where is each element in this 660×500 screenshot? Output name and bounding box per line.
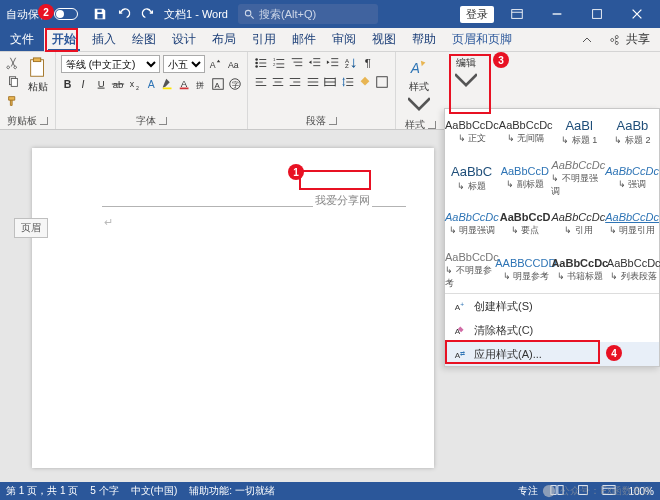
style-gallery-item[interactable]: AaBbCcDc↳ 明显强调 (445, 201, 499, 247)
align-right-icon[interactable] (288, 74, 303, 90)
numbering-icon[interactable]: 12 (271, 55, 287, 71)
font-name-select[interactable]: 等线 (中文正文) (61, 55, 160, 73)
header-text[interactable]: 我爱分享网 (313, 192, 372, 209)
clear-format-icon: A (453, 324, 466, 337)
tab-help[interactable]: 帮助 (404, 28, 444, 51)
create-style-action[interactable]: A+ 创建样式(S) (445, 294, 659, 318)
paragraph-mark: ↵ (104, 216, 113, 229)
align-left-icon[interactable] (253, 74, 268, 90)
text-effects-icon[interactable]: A (144, 76, 159, 92)
style-label: ↳ 标题 2 (614, 134, 650, 147)
change-case-icon[interactable]: Aa (226, 56, 242, 72)
char-border-icon[interactable]: A (211, 76, 226, 92)
style-gallery-item[interactable]: AaBbCcD↳ 副标题 (498, 155, 551, 201)
italic-icon[interactable]: I (78, 76, 93, 92)
style-gallery-item[interactable]: AaBbCcDc↳ 正文 (445, 109, 499, 155)
undo-icon[interactable] (116, 6, 132, 22)
style-gallery-item[interactable]: AaBl↳ 标题 1 (553, 109, 606, 155)
login-button[interactable]: 登录 (460, 6, 494, 23)
style-gallery-item[interactable]: AaBbCcDc↳ 列表段落 (607, 247, 660, 293)
pinyin-icon[interactable]: 拼 (194, 76, 209, 92)
enclose-char-icon[interactable]: 字 (227, 76, 242, 92)
styles-button[interactable]: A 样式 (401, 55, 437, 118)
tab-view[interactable]: 视图 (364, 28, 404, 51)
style-preview: AaBbCcDc (607, 257, 660, 269)
style-gallery-item[interactable]: AaBbCcDc↳ 不明显强调 (551, 155, 605, 201)
status-page[interactable]: 第 1 页，共 1 页 (6, 484, 78, 498)
borders-icon[interactable] (375, 74, 390, 90)
status-focus[interactable]: 专注 (518, 484, 538, 498)
tab-design[interactable]: 设计 (164, 28, 204, 51)
style-gallery-item[interactable]: AaBbCcDc↳ 强调 (605, 155, 659, 201)
bullets-icon[interactable] (253, 55, 269, 71)
dialog-launcher-icon[interactable] (40, 117, 48, 125)
status-words[interactable]: 5 个字 (90, 484, 118, 498)
minimize-icon[interactable] (540, 0, 574, 28)
ribbon-tabs: 文件 开始 插入 绘图 设计 布局 引用 邮件 审阅 视图 帮助 页眉和页脚 共… (0, 28, 660, 52)
tab-home[interactable]: 开始 (44, 28, 84, 51)
bold-icon[interactable]: B (61, 76, 76, 92)
tab-layout[interactable]: 布局 (204, 28, 244, 51)
font-size-select[interactable]: 小五 (163, 55, 205, 73)
tab-insert[interactable]: 插入 (84, 28, 124, 51)
svg-text:⇄: ⇄ (460, 351, 465, 357)
underline-icon[interactable]: U (94, 76, 109, 92)
copy-icon[interactable] (5, 74, 21, 90)
style-gallery-item[interactable]: AaBbCcDc↳ 不明显参考 (445, 247, 499, 293)
align-justify-icon[interactable] (305, 74, 320, 90)
cut-icon[interactable] (5, 55, 21, 71)
clear-format-action[interactable]: A 清除格式(C) (445, 318, 659, 342)
style-gallery-item[interactable]: AaBbC↳ 标题 (445, 155, 498, 201)
style-gallery-item[interactable]: AaBb↳ 标题 2 (606, 109, 659, 155)
tab-header-footer[interactable]: 页眉和页脚 (444, 28, 520, 51)
apply-styles-icon: A⇄ (453, 348, 466, 361)
style-gallery-item[interactable]: AaBbCcDc↳ 明显引用 (605, 201, 659, 247)
format-painter-icon[interactable] (5, 93, 21, 109)
save-icon[interactable] (92, 6, 108, 22)
tab-draw[interactable]: 绘图 (124, 28, 164, 51)
style-gallery-item[interactable]: AaBbCcD↳ 要点 (499, 201, 552, 247)
ribbon-display-icon[interactable] (500, 0, 534, 28)
show-marks-icon[interactable]: ¶ (361, 55, 377, 71)
search-input[interactable]: 搜索(Alt+Q) (238, 4, 378, 24)
callout-1: 1 (288, 164, 304, 180)
strikethrough-icon[interactable]: ab (111, 76, 126, 92)
style-gallery-item[interactable]: AABBCCDD↳ 明显参考 (499, 247, 553, 293)
dialog-launcher-icon[interactable] (159, 117, 167, 125)
font-color-icon[interactable]: A (177, 76, 192, 92)
apply-styles-action[interactable]: A⇄ 应用样式(A)... (445, 342, 659, 366)
svg-point-42 (543, 485, 555, 497)
close-icon[interactable] (620, 0, 654, 28)
status-accessibility[interactable]: 辅助功能: 一切就绪 (189, 484, 275, 498)
dialog-launcher-icon[interactable] (428, 121, 436, 129)
svg-text:A: A (147, 78, 154, 90)
maximize-icon[interactable] (580, 0, 614, 28)
tab-review[interactable]: 审阅 (324, 28, 364, 51)
line-spacing-icon[interactable] (340, 74, 355, 90)
share-button[interactable]: 共享 (600, 28, 660, 51)
align-center-icon[interactable] (270, 74, 285, 90)
tab-file[interactable]: 文件 (0, 28, 44, 51)
svg-rect-17 (180, 88, 189, 90)
paste-button[interactable]: 粘贴 (25, 55, 51, 94)
increase-indent-icon[interactable] (325, 55, 341, 71)
tab-mailings[interactable]: 邮件 (284, 28, 324, 51)
dialog-launcher-icon[interactable] (329, 117, 337, 125)
grow-font-icon[interactable]: A (208, 56, 224, 72)
style-gallery-item[interactable]: AaBbCcDc↳ 引用 (551, 201, 605, 247)
style-preview: AaBbCcDc (605, 165, 659, 177)
redo-icon[interactable] (140, 6, 156, 22)
tab-references[interactable]: 引用 (244, 28, 284, 51)
ribbon-collapse-icon[interactable] (574, 28, 600, 51)
align-distributed-icon[interactable] (323, 74, 338, 90)
style-gallery-item[interactable]: AaBbCcDc↳ 书籍标题 (553, 247, 607, 293)
highlight-icon[interactable] (161, 76, 176, 92)
multilevel-icon[interactable] (289, 55, 305, 71)
editing-button[interactable]: 编辑 (449, 55, 483, 94)
subscript-icon[interactable]: x2 (128, 76, 143, 92)
decrease-indent-icon[interactable] (307, 55, 323, 71)
style-gallery-item[interactable]: AaBbCcDc↳ 无间隔 (499, 109, 553, 155)
status-lang[interactable]: 中文(中国) (131, 484, 178, 498)
shading-icon[interactable] (357, 74, 372, 90)
sort-icon[interactable]: AZ (343, 55, 359, 71)
